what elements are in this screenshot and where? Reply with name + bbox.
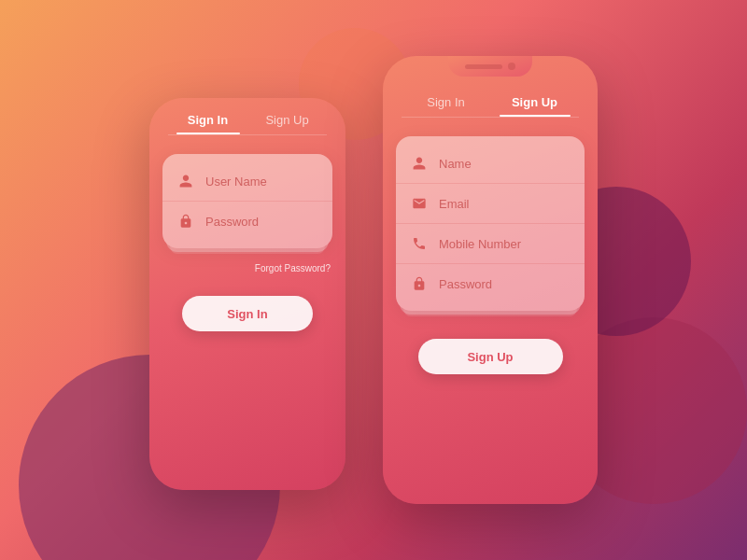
username-field[interactable]: User Name xyxy=(162,161,332,202)
phone-icon xyxy=(411,235,428,252)
email-field[interactable]: Email xyxy=(396,184,585,224)
person-icon xyxy=(177,173,194,189)
tab-signin-inactive-right[interactable]: Sign In xyxy=(402,95,490,117)
email-placeholder: Email xyxy=(439,197,470,211)
tab-signup-active[interactable]: Sign Up xyxy=(490,95,579,117)
signup-form-card: Name Email Mobile Number xyxy=(396,136,585,311)
mobile-placeholder: Mobile Number xyxy=(439,237,521,251)
phone-signin: Sign In Sign Up User Name xyxy=(149,98,345,490)
name-placeholder: Name xyxy=(439,157,472,171)
phone-signup: Sign In Sign Up Name xyxy=(383,56,598,504)
scene: Sign In Sign Up User Name xyxy=(0,0,747,560)
username-placeholder: User Name xyxy=(205,175,267,189)
signin-button[interactable]: Sign In xyxy=(182,296,313,331)
lock-icon xyxy=(177,213,194,230)
person-icon-signup xyxy=(411,155,428,172)
email-icon xyxy=(411,195,428,212)
password-placeholder-signup: Password xyxy=(439,277,492,291)
signup-button[interactable]: Sign Up xyxy=(418,339,563,374)
signup-button-wrap: Sign Up xyxy=(383,320,598,391)
notch-camera xyxy=(508,63,515,70)
tab-signup-inactive[interactable]: Sign Up xyxy=(247,113,327,134)
tab-divider-right xyxy=(402,117,579,118)
mobile-field[interactable]: Mobile Number xyxy=(396,224,585,264)
password-field-signup[interactable]: Password xyxy=(396,264,585,303)
password-placeholder: Password xyxy=(205,215,259,229)
notch-speaker xyxy=(465,64,502,69)
tab-signin-active[interactable]: Sign In xyxy=(168,113,247,134)
signin-form-card: User Name Password xyxy=(162,154,332,248)
tabs-signin: Sign In Sign Up xyxy=(149,98,345,134)
forgot-password[interactable]: Forgot Password? xyxy=(149,258,345,279)
password-field[interactable]: Password xyxy=(162,202,332,241)
tabs-signup: Sign In Sign Up xyxy=(383,80,598,117)
signin-button-wrap: Sign In xyxy=(149,279,345,348)
lock-icon-signup xyxy=(411,275,428,292)
name-field[interactable]: Name xyxy=(396,144,585,184)
phone-notch xyxy=(448,56,532,77)
tab-divider-left xyxy=(168,134,327,135)
